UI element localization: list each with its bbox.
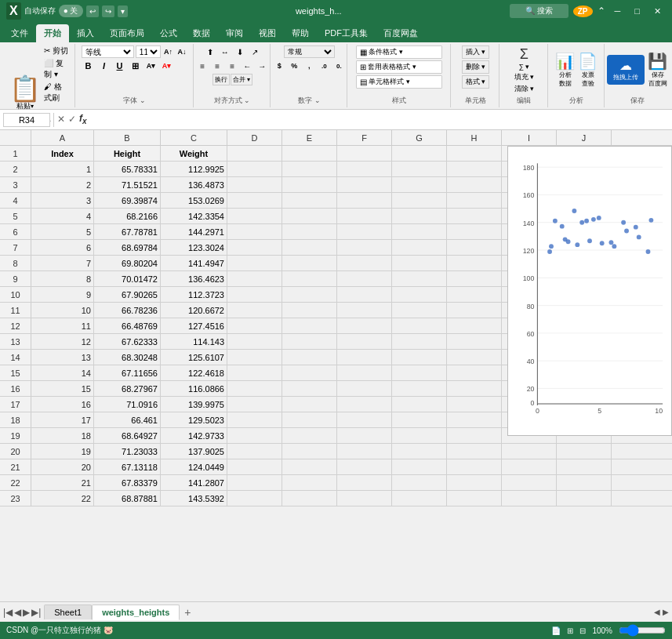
cell-a-15[interactable]: 14 [31,365,94,380]
cell-b-6[interactable]: 67.78781 [94,224,161,239]
col-header-h[interactable]: H [447,130,502,145]
cell-i-21[interactable] [502,459,557,474]
currency-btn[interactable]: $ [272,60,286,72]
insert-cells-btn[interactable]: 插入 ▾ [462,45,490,59]
cell-c-3[interactable]: 136.4873 [161,177,227,192]
redo-btn[interactable]: ↪ [102,5,114,17]
cell-g-22[interactable] [392,475,447,490]
cell-g-12[interactable] [392,318,447,333]
window-max-btn[interactable]: □ [630,6,645,16]
cell-e-8[interactable] [282,256,337,270]
cell-a-10[interactable]: 9 [31,287,94,302]
cell-e-21[interactable] [282,459,337,474]
cell-e-2[interactable] [282,162,337,176]
align-top-btn[interactable]: ⬆ [203,45,217,58]
cell-g-11[interactable] [392,303,447,318]
cell-h-2[interactable] [447,162,502,176]
cell-g-15[interactable] [392,365,447,380]
cell-e-15[interactable] [282,365,337,380]
cell-a-23[interactable]: 22 [31,491,94,506]
table-row[interactable]: 21 20 67.13118 124.0449 [0,459,672,475]
cell-e-10[interactable] [282,287,337,302]
decrease-decimal-btn[interactable]: 0. [332,60,346,72]
cell-b-21[interactable]: 67.13118 [94,459,161,474]
cell-d-11[interactable] [227,303,282,318]
cell-d-13[interactable] [227,334,282,349]
upload-btn[interactable]: ☁ 拖拽上传 [607,55,645,85]
cell-d-5[interactable] [227,209,282,223]
cell-e-14[interactable] [282,350,337,365]
search-box[interactable]: 🔍 搜索 [510,4,568,18]
cell-f-4[interactable] [337,193,392,208]
cell-f-13[interactable] [337,334,392,349]
col-header-g[interactable]: G [392,130,447,145]
cell-f-22[interactable] [337,475,392,490]
tab-home[interactable]: 开始 [36,24,69,42]
conditional-format-btn[interactable]: ▦ 条件格式 ▾ [356,45,442,59]
cell-c-11[interactable]: 120.6672 [161,303,227,318]
row-number[interactable]: 10 [0,287,31,302]
cell-g-16[interactable] [392,381,447,396]
cell-f-16[interactable] [337,381,392,396]
cell-d-10[interactable] [227,287,282,302]
cell-g-3[interactable] [392,177,447,192]
cell-b-5[interactable]: 68.2166 [94,209,161,223]
font-name-select[interactable]: 等线 [82,45,134,58]
cell-h-3[interactable] [447,177,502,192]
col-header-d[interactable]: D [227,130,282,145]
row-number[interactable]: 8 [0,256,31,270]
cell-c-17[interactable]: 139.9975 [161,397,227,412]
merge-cells-btn[interactable]: 合并 ▾ [231,74,252,85]
cell-g-6[interactable] [392,224,447,239]
cell-c-9[interactable]: 136.4623 [161,271,227,286]
row-number[interactable]: 15 [0,365,31,380]
cell-a-22[interactable]: 21 [31,475,94,490]
cell-i-20[interactable] [502,444,557,459]
cell-g-13[interactable] [392,334,447,349]
cell-f-1[interactable] [337,146,392,161]
cell-c-5[interactable]: 142.3354 [161,209,227,223]
clear-btn[interactable]: 清除 ▾ [514,84,535,94]
cell-f-9[interactable] [337,271,392,286]
cell-f-20[interactable] [337,444,392,459]
window-close-btn[interactable]: ✕ [649,6,666,16]
cell-h-14[interactable] [447,350,502,365]
cell-a-17[interactable]: 16 [31,397,94,412]
cell-b-20[interactable]: 71.23033 [94,444,161,459]
cell-a-5[interactable]: 4 [31,209,94,223]
cell-e-23[interactable] [282,491,337,506]
row-number[interactable]: 2 [0,162,31,176]
cell-f-18[interactable] [337,412,392,427]
cell-d-1[interactable] [227,146,282,161]
cell-d-21[interactable] [227,459,282,474]
tab-help[interactable]: 帮助 [284,24,317,42]
row-number[interactable]: 13 [0,334,31,349]
cell-e-4[interactable] [282,193,337,208]
cell-a-12[interactable]: 11 [31,318,94,333]
cell-h-1[interactable] [447,146,502,161]
cell-d-14[interactable] [227,350,282,365]
cell-g-2[interactable] [392,162,447,176]
row-number[interactable]: 3 [0,177,31,192]
add-sheet-btn[interactable]: + [180,605,195,620]
cell-e-7[interactable] [282,240,337,255]
row-number[interactable]: 14 [0,350,31,365]
cell-e-13[interactable] [282,334,337,349]
cell-c-15[interactable]: 122.4618 [161,365,227,380]
cell-d-6[interactable] [227,224,282,239]
col-header-e[interactable]: E [282,130,337,145]
col-header-f[interactable]: F [337,130,392,145]
user-avatar[interactable]: ZP [573,5,593,17]
cell-a-7[interactable]: 6 [31,240,94,255]
cell-a-20[interactable]: 19 [31,444,94,459]
cell-f-3[interactable] [337,177,392,192]
cell-d-18[interactable] [227,412,282,427]
cell-c-23[interactable]: 143.5392 [161,491,227,506]
cell-h-9[interactable] [447,271,502,286]
cell-g-23[interactable] [392,491,447,506]
col-header-j[interactable]: J [557,130,612,145]
bold-btn[interactable]: B [82,60,96,72]
tab-view[interactable]: 视图 [251,24,284,42]
row-number[interactable]: 18 [0,412,31,427]
cell-c-21[interactable]: 124.0449 [161,459,227,474]
